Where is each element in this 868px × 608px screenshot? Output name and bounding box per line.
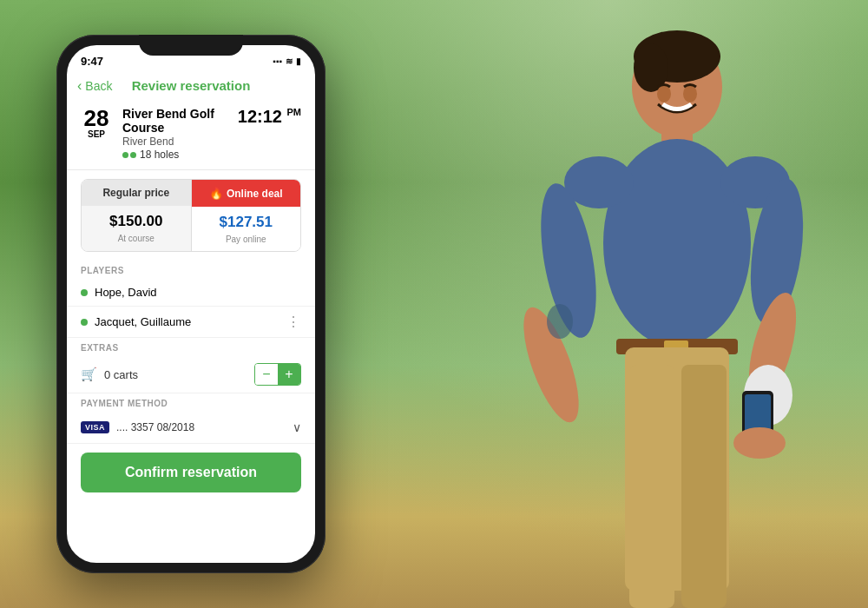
golfer-figure [408,0,842,608]
cart-icon: 🛒 [81,367,97,382]
payment-left: VISA .... 3357 08/2018 [81,421,194,433]
svg-rect-19 [629,365,674,608]
date-block: 28 SEP [81,107,112,139]
signal-icon: ▪▪▪ [273,56,282,66]
tee-time: 12:12 PM [238,107,301,127]
online-price-value: $127.51 [192,207,301,235]
phone-frame: 9:47 ▪▪▪ ≋ ▮ ‹ Back Review reservation 2… [56,35,326,573]
phone-notch [139,35,243,56]
player-name-1: Hope, David [95,286,157,299]
svg-point-22 [683,85,697,102]
holes-label: 18 holes [140,149,179,161]
wifi-icon: ≋ [286,56,293,66]
visa-badge: VISA [81,421,109,433]
back-chevron-icon: ‹ [77,78,82,94]
back-label: Back [85,79,112,93]
online-price-label: Online deal [227,188,283,200]
battery-icon: ▮ [296,56,301,66]
increase-carts-button[interactable]: + [278,364,300,385]
extras-row: 🛒 0 carts − + [67,356,315,393]
course-location: River Bend [122,135,227,148]
tee-time-value: 12:12 [238,107,282,126]
nav-title: Review reservation [132,78,251,93]
player-dot-2 [81,319,88,326]
svg-point-23 [547,304,573,339]
phone-screen: 9:47 ▪▪▪ ≋ ▮ ‹ Back Review reservation 2… [67,45,315,563]
nav-bar: ‹ Back Review reservation [67,73,315,98]
online-price-sub: Pay online [192,235,301,251]
svg-point-15 [733,427,786,459]
hole-dot-2 [130,152,136,158]
extras-label: 0 carts [104,368,138,381]
players-section-label: PLAYERS [67,261,315,279]
decrease-carts-button[interactable]: − [255,364,278,385]
extras-left: 🛒 0 carts [81,367,138,382]
tee-time-period: PM [287,107,302,117]
payment-details: .... 3357 08/2018 [116,421,194,433]
regular-price-col[interactable]: Regular price $150.00 At course [82,180,192,251]
regular-price-header: Regular price [82,180,191,206]
online-price-col[interactable]: 🔥 Online deal $127.51 Pay online [192,180,301,251]
player-dot-1 [81,289,88,296]
payment-section-label: PAYMENT METHOD [67,393,315,412]
regular-price-value: $150.00 [82,206,191,234]
status-time: 9:47 [81,55,103,68]
course-holes: 18 holes [122,149,227,161]
phone-wrapper: 9:47 ▪▪▪ ≋ ▮ ‹ Back Review reservation 2… [56,35,326,573]
player-left-1: Hope, David [81,286,157,299]
regular-price-sub: At course [82,234,191,250]
chevron-down-icon: ∨ [293,420,301,434]
holes-dots [122,152,136,158]
status-icons: ▪▪▪ ≋ ▮ [273,56,301,66]
hole-dot-1 [122,152,128,158]
confirm-reservation-button[interactable]: Confirm reservation [81,453,301,492]
player-item-2: Jacquet, Guillaume ⋮ [67,307,315,338]
date-number: 28 [81,107,112,129]
course-info: 28 SEP River Bend Golf Course River Bend… [67,98,315,170]
svg-rect-20 [681,365,727,608]
flame-icon: 🔥 [209,187,223,200]
price-section: Regular price $150.00 At course 🔥 Online… [81,179,301,252]
player-left-2: Jacquet, Guillaume [81,315,191,328]
svg-point-21 [657,85,671,102]
course-details: River Bend Golf Course River Bend 18 hol… [122,107,227,161]
course-name: River Bend Golf Course [122,107,227,135]
extras-section-label: EXTRAS [67,338,315,356]
back-button[interactable]: ‹ Back [77,78,112,94]
player-item-1: Hope, David [67,279,315,307]
online-price-header: 🔥 Online deal [192,180,301,207]
extras-controls: − + [254,363,301,386]
svg-point-6 [564,156,634,208]
player-name-2: Jacquet, Guillaume [95,315,191,328]
payment-row[interactable]: VISA .... 3357 08/2018 ∨ [67,412,315,444]
more-options-icon[interactable]: ⋮ [286,314,301,330]
